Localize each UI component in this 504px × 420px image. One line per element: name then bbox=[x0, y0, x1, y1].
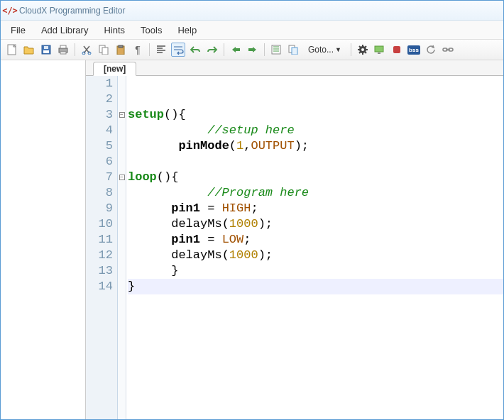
project-sidebar[interactable] bbox=[1, 60, 86, 420]
bss-icon: bss bbox=[407, 45, 420, 55]
menu-hints[interactable]: Hints bbox=[97, 22, 132, 38]
code-editor[interactable]: 1234567891011121314 −− setup(){ //setup … bbox=[86, 76, 503, 420]
toolbar: ¶ Goto...▼ bss bbox=[1, 39, 503, 60]
code-line[interactable]: } bbox=[128, 263, 503, 279]
refresh-button[interactable] bbox=[424, 43, 438, 57]
code-line[interactable] bbox=[128, 76, 503, 92]
code-line[interactable]: //Program here bbox=[128, 185, 503, 201]
code-line[interactable]: pinMode(1,OUTPUT); bbox=[128, 138, 503, 154]
fold-cell bbox=[118, 185, 126, 201]
pilcrow-icon: ¶ bbox=[135, 44, 141, 55]
select-button[interactable] bbox=[269, 43, 283, 57]
link-button[interactable] bbox=[441, 43, 455, 57]
nav-back-button[interactable] bbox=[229, 43, 243, 57]
menu-add-library[interactable]: Add Library bbox=[34, 22, 95, 38]
line-number-gutter: 1234567891011121314 bbox=[86, 76, 118, 420]
new-icon bbox=[7, 44, 17, 55]
code-line[interactable]: //setup here bbox=[128, 123, 503, 138]
bss-button[interactable]: bss bbox=[407, 43, 421, 57]
code-line[interactable]: setup(){ bbox=[128, 107, 503, 123]
window-title: CloudX Programming Editor bbox=[19, 6, 125, 16]
fold-cell bbox=[118, 92, 126, 107]
code-line[interactable]: delayMs(1000); bbox=[128, 248, 503, 263]
save-button[interactable] bbox=[39, 43, 53, 57]
svg-rect-3 bbox=[44, 46, 48, 49]
code-text[interactable]: setup(){ //setup here pinMode(1,OUTPUT);… bbox=[126, 76, 503, 420]
code-line[interactable]: pin1 = LOW; bbox=[128, 232, 503, 248]
svg-rect-5 bbox=[60, 45, 66, 48]
toolbar-separator bbox=[75, 43, 75, 56]
redo-button[interactable] bbox=[205, 43, 219, 57]
open-icon bbox=[23, 45, 35, 55]
back-icon bbox=[230, 45, 241, 54]
line-number: 4 bbox=[86, 123, 113, 138]
tab-current[interactable]: [new] bbox=[93, 62, 136, 76]
svg-rect-15 bbox=[292, 48, 297, 55]
cut-icon bbox=[82, 45, 92, 55]
fold-marker-icon: − bbox=[119, 112, 125, 118]
chevron-down-icon: ▼ bbox=[335, 46, 341, 53]
copy-button[interactable] bbox=[97, 43, 111, 57]
app-logo-icon: </> bbox=[5, 6, 15, 16]
line-number: 6 bbox=[86, 154, 113, 170]
code-line[interactable]: loop(){ bbox=[128, 170, 503, 185]
new-file-button[interactable] bbox=[5, 43, 19, 57]
show-whitespace-button[interactable]: ¶ bbox=[131, 43, 145, 57]
svg-rect-6 bbox=[60, 52, 66, 54]
fold-cell bbox=[118, 123, 126, 138]
undo-button[interactable] bbox=[188, 43, 202, 57]
fold-cell[interactable]: − bbox=[118, 170, 126, 185]
code-line[interactable]: } bbox=[128, 279, 503, 294]
line-number: 12 bbox=[86, 248, 113, 263]
compile-button[interactable] bbox=[356, 43, 370, 57]
line-number: 1 bbox=[86, 76, 113, 92]
undo-icon bbox=[190, 45, 201, 54]
copy-all-button[interactable] bbox=[286, 43, 300, 57]
menu-help[interactable]: Help bbox=[170, 22, 204, 38]
cut-button[interactable] bbox=[80, 43, 94, 57]
line-number: 5 bbox=[86, 138, 113, 154]
line-number: 9 bbox=[86, 201, 113, 216]
line-number: 3 bbox=[86, 107, 113, 123]
fold-cell[interactable]: − bbox=[118, 107, 126, 123]
menu-tools[interactable]: Tools bbox=[133, 22, 169, 38]
fold-cell bbox=[118, 216, 126, 232]
fold-cell bbox=[118, 138, 126, 154]
menu-file[interactable]: File bbox=[4, 22, 33, 38]
paste-icon bbox=[116, 45, 126, 55]
nav-forward-button[interactable] bbox=[246, 43, 260, 57]
stop-icon bbox=[392, 45, 402, 55]
code-line[interactable] bbox=[128, 92, 503, 107]
line-number: 8 bbox=[86, 185, 113, 201]
fold-cell bbox=[118, 76, 126, 92]
paste-button[interactable] bbox=[114, 43, 128, 57]
fold-cell bbox=[118, 232, 126, 248]
print-button[interactable] bbox=[56, 43, 70, 57]
toolbar-separator bbox=[351, 43, 351, 56]
align-left-button[interactable] bbox=[154, 43, 168, 57]
refresh-icon bbox=[426, 45, 436, 55]
gear-icon bbox=[358, 45, 368, 55]
open-file-button[interactable] bbox=[22, 43, 36, 57]
stop-button[interactable] bbox=[390, 43, 404, 57]
code-line[interactable]: pin1 = HIGH; bbox=[128, 201, 503, 216]
line-number: 13 bbox=[86, 263, 113, 279]
redo-icon bbox=[207, 45, 218, 54]
word-wrap-button[interactable] bbox=[171, 43, 185, 57]
fold-cell bbox=[118, 201, 126, 216]
code-line[interactable] bbox=[128, 154, 503, 170]
fold-cell bbox=[118, 248, 126, 263]
fold-cell bbox=[118, 279, 126, 294]
svg-rect-10 bbox=[102, 48, 108, 55]
svg-rect-12 bbox=[119, 45, 123, 48]
svg-point-17 bbox=[361, 48, 364, 51]
upload-button[interactable] bbox=[373, 43, 387, 57]
goto-dropdown[interactable]: Goto...▼ bbox=[303, 43, 346, 57]
svg-rect-2 bbox=[43, 50, 49, 53]
menubar: File Add Library Hints Tools Help bbox=[1, 21, 503, 39]
fold-marker-icon: − bbox=[119, 175, 125, 180]
line-number: 2 bbox=[86, 92, 113, 107]
goto-label: Goto... bbox=[308, 45, 334, 55]
code-line[interactable]: delayMs(1000); bbox=[128, 216, 503, 232]
titlebar: </> CloudX Programming Editor bbox=[1, 1, 503, 21]
